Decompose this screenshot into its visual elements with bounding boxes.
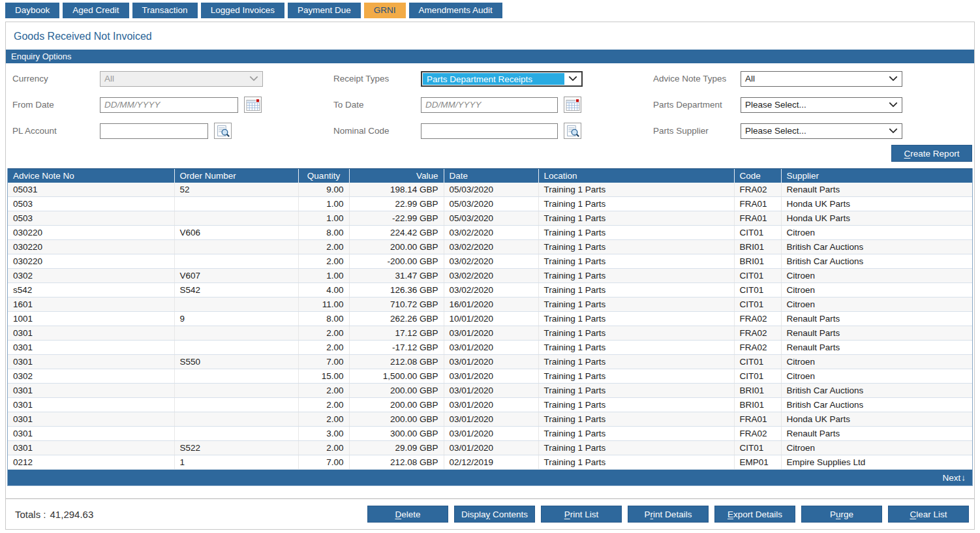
cell-location: Training 1 Parts [538, 197, 734, 211]
cell-code: FRA01 [734, 211, 781, 226]
table-row[interactable]: s542S5424.00126.36 GBP03/02/2020Training… [8, 283, 972, 297]
to-date-calendar-button[interactable] [564, 97, 581, 113]
table-row[interactable]: 03012.0017.12 GBP03/01/2020Training 1 Pa… [8, 326, 972, 341]
tab-payment-due[interactable]: Payment Due [288, 3, 361, 18]
table-row[interactable]: 05031.00-22.99 GBP05/03/2020Training 1 P… [8, 211, 972, 226]
cell-date: 03/01/2020 [444, 384, 538, 398]
export-details-button[interactable]: Export Details [714, 506, 795, 523]
table-row[interactable]: 100198.00262.26 GBP10/01/2020Training 1 … [8, 312, 972, 326]
table-row[interactable]: 03012.00-17.12 GBP03/01/2020Training 1 P… [8, 341, 972, 355]
table-row[interactable]: 0302V6071.0031.47 GBP03/02/2020Training … [8, 269, 972, 283]
column-header-code[interactable]: Code [734, 169, 781, 183]
cell-advice-note-no: 0302 [8, 369, 174, 384]
pl-account-lookup-button[interactable] [214, 123, 232, 139]
cell-location: Training 1 Parts [538, 297, 734, 312]
print-list-button[interactable]: Print List [541, 506, 622, 523]
purge-button[interactable]: Purge [801, 506, 882, 523]
column-header-quantity[interactable]: Quantity [298, 169, 349, 183]
nominal-code-field-group: Nominal Code [333, 123, 653, 139]
tab-logged-invoices[interactable]: Logged Invoices [201, 3, 284, 18]
cell-order-number: 1 [174, 455, 298, 470]
grni-panel: Goods Received Not Invoiced Enquiry Opti… [5, 22, 975, 530]
cell-advice-note-no: 0301 [8, 384, 174, 398]
column-header-value[interactable]: Value [349, 169, 444, 183]
table-row[interactable]: 030215.001,500.00 GBP03/01/2020Training … [8, 369, 972, 384]
nominal-code-lookup-button[interactable] [564, 123, 581, 139]
cell-location: Training 1 Parts [538, 455, 734, 470]
nominal-code-input[interactable] [421, 123, 558, 139]
cell-date: 03/02/2020 [444, 283, 538, 297]
table-row[interactable]: 0302202.00-200.00 GBP03/02/2020Training … [8, 254, 972, 269]
column-header-advice-note-no[interactable]: Advice Note No [8, 169, 174, 183]
clear-list-button[interactable]: Clear List [888, 506, 969, 523]
enquiry-form: Currency All Receipt Types Parts Departm… [6, 63, 974, 139]
tab-aged-credit[interactable]: Aged Credit [63, 3, 129, 18]
column-header-date[interactable]: Date [444, 169, 538, 183]
cell-advice-note-no: 0503 [8, 197, 174, 211]
cell-value: -200.00 GBP [349, 254, 444, 269]
cell-date: 05/03/2020 [444, 183, 538, 197]
table-row[interactable]: 05031529.00198.14 GBP05/03/2020Training … [8, 183, 972, 197]
receipt-types-select[interactable]: Parts Department Receipts [421, 71, 583, 87]
cell-supplier: British Car Auctions [781, 254, 972, 269]
cell-advice-note-no: 0301 [8, 412, 174, 427]
cell-advice-note-no: 0301 [8, 398, 174, 412]
table-row[interactable]: 0301S5507.00212.08 GBP03/01/2020Training… [8, 355, 972, 369]
cell-supplier: British Car Auctions [781, 398, 972, 412]
display-contents-button[interactable]: Display Contents [454, 506, 535, 523]
cell-order-number [174, 341, 298, 355]
column-header-supplier[interactable]: Supplier [781, 169, 972, 183]
tab-amendments-audit[interactable]: Amendments Audit [409, 3, 502, 18]
cell-quantity: 4.00 [298, 283, 349, 297]
tab-grni[interactable]: GRNI [364, 3, 406, 18]
tab-daybook[interactable]: Daybook [5, 3, 59, 18]
cell-location: Training 1 Parts [538, 412, 734, 427]
table-row[interactable]: 03012.00200.00 GBP03/01/2020Training 1 P… [8, 398, 972, 412]
parts-supplier-select[interactable]: Please Select... [741, 123, 902, 139]
delete-button[interactable]: Delete [367, 506, 448, 523]
column-header-order-number[interactable]: Order Number [174, 169, 298, 183]
table-row[interactable]: 03012.00200.00 GBP03/01/2020Training 1 P… [8, 384, 972, 398]
cell-advice-note-no: 0301 [8, 341, 174, 355]
print-details-button[interactable]: Print Details [628, 506, 709, 523]
cell-location: Training 1 Parts [538, 211, 734, 226]
cell-advice-note-no: 05031 [8, 183, 174, 197]
advice-note-types-select[interactable]: All [741, 71, 902, 87]
to-date-input[interactable] [421, 97, 558, 113]
cell-quantity: 7.00 [298, 355, 349, 369]
advice-note-types-label: Advice Note Types [653, 74, 741, 84]
table-row[interactable]: 03012.00200.00 GBP03/01/2020Training 1 P… [8, 412, 972, 427]
table-row[interactable]: 021217.00212.08 GBP02/12/2019Training 1 … [8, 455, 972, 470]
next-page-button[interactable]: Next↓ [8, 470, 972, 485]
cell-value: 710.72 GBP [349, 297, 444, 312]
cell-order-number: 9 [174, 312, 298, 326]
cell-advice-note-no: s542 [8, 283, 174, 297]
cell-date: 02/12/2019 [444, 455, 538, 470]
totals-label: Totals : [15, 509, 46, 520]
parts-department-select[interactable]: Please Select... [741, 97, 902, 113]
from-date-calendar-button[interactable] [244, 97, 262, 113]
cell-supplier: Citroen [781, 355, 972, 369]
table-row[interactable]: 160111.00710.72 GBP16/01/2020Training 1 … [8, 297, 972, 312]
table-row[interactable]: 0302202.00200.00 GBP03/02/2020Training 1… [8, 240, 972, 254]
cell-code: FRA01 [734, 412, 781, 427]
from-date-input[interactable] [100, 97, 238, 113]
pl-account-input[interactable] [100, 123, 208, 139]
cell-supplier: Citroen [781, 297, 972, 312]
table-row[interactable]: 030220V6068.00224.42 GBP03/02/2020Traini… [8, 226, 972, 240]
cell-location: Training 1 Parts [538, 312, 734, 326]
column-header-location[interactable]: Location [538, 169, 734, 183]
cell-date: 05/03/2020 [444, 211, 538, 226]
cell-code: FRA02 [734, 341, 781, 355]
table-body: 05031529.00198.14 GBP05/03/2020Training … [8, 183, 972, 470]
cell-code: CIT01 [734, 297, 781, 312]
table-row[interactable]: 05031.0022.99 GBP05/03/2020Training 1 Pa… [8, 197, 972, 211]
cell-code: BRI01 [734, 240, 781, 254]
cell-code: CIT01 [734, 269, 781, 283]
results-table-wrap: Advice Note NoOrder NumberQuantityValueD… [7, 168, 973, 486]
create-report-button[interactable]: Create Report [891, 145, 972, 162]
tab-transaction[interactable]: Transaction [132, 3, 198, 18]
table-row[interactable]: 0301S5222.0029.09 GBP03/01/2020Training … [8, 441, 972, 455]
cell-order-number [174, 384, 298, 398]
table-row[interactable]: 03013.00300.00 GBP03/01/2020Training 1 P… [8, 427, 972, 441]
